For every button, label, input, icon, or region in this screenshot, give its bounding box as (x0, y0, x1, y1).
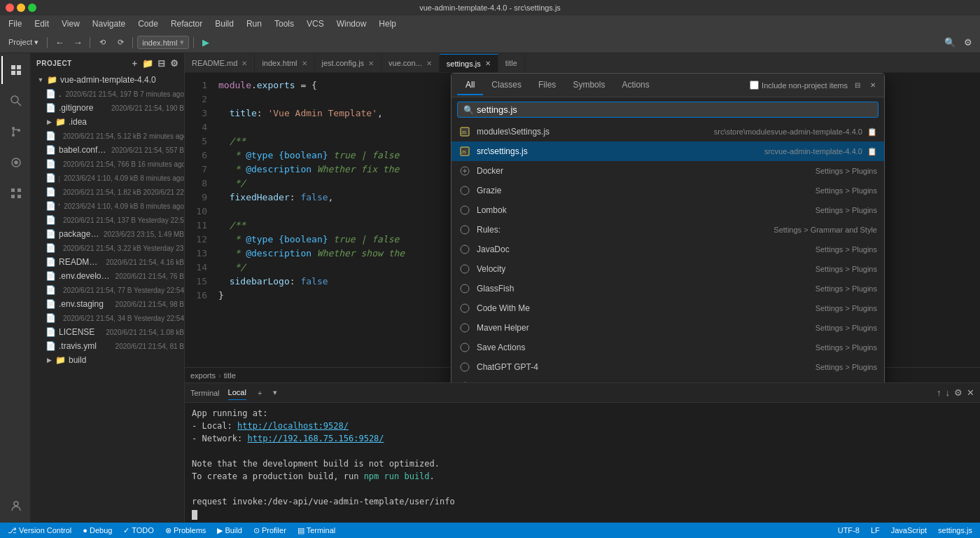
status-terminal[interactable]: ▤ Terminal (295, 526, 337, 535)
sidebar-new-folder-icon[interactable]: 📁 (142, 58, 154, 69)
result-one-dark[interactable]: One Dark theme Settings > Plugins (451, 377, 884, 382)
activity-debug[interactable] (1, 149, 29, 177)
tree-item-jest[interactable]: 📄 jest.config.js 2020/6/21 21:54, 766 B … (31, 157, 184, 171)
sidebar-settings-icon[interactable]: ⚙ (170, 58, 179, 69)
result-modules-settings[interactable]: JS modules\Settings.js src\store\modules… (451, 122, 884, 142)
menu-navigate[interactable]: Navigate (87, 18, 131, 30)
status-line-ending[interactable]: LF (869, 526, 882, 534)
terminal-tab-local[interactable]: Local (228, 385, 246, 400)
tree-item-package-lock[interactable]: 📄 package-lock.json 2023/6/23 23:15, 1.4… (31, 227, 184, 241)
menu-code[interactable]: Code (132, 18, 164, 30)
tab-vue-con[interactable]: vue.con... ✕ (382, 54, 440, 72)
tree-item-travis[interactable]: 📄 .travis.yml 2020/6/21 21:54, 81 B (31, 339, 184, 353)
terminal-up-icon[interactable]: ↑ (937, 387, 941, 398)
tab-jest[interactable]: jest.config.js ✕ (315, 54, 382, 72)
search-input-wrapper[interactable]: 🔍 (457, 102, 878, 118)
toolbar-project-btn[interactable]: Project ▾ (4, 35, 43, 50)
search-input[interactable] (477, 104, 872, 115)
result-grazie[interactable]: Grazie Settings > Plugins (451, 181, 884, 200)
menu-tools[interactable]: Tools (269, 18, 300, 30)
tree-item-eslintignore[interactable]: 📄 .eslintignore 2020/6/21 21:54, 34 B Ye… (31, 311, 184, 325)
tree-item-babel[interactable]: 📄 babel.config.js 2020/6/21 21:54, 557 B (31, 143, 184, 157)
tree-item-idea[interactable]: ▶ 📁 .idea (31, 115, 184, 129)
result-save-actions[interactable]: Save Actions Settings > Plugins (451, 338, 884, 357)
breadcrumb-exports[interactable]: exports (190, 371, 216, 380)
status-vcs[interactable]: ⎇ Version Control (6, 526, 74, 535)
menu-build[interactable]: Build (209, 18, 239, 30)
terminal-content[interactable]: App running at: - Local: http://localhos… (185, 403, 980, 523)
win-close-btn[interactable] (6, 4, 14, 12)
activity-git[interactable] (1, 118, 29, 146)
breadcrumb-title[interactable]: title (224, 371, 236, 380)
tree-item-gitignore[interactable]: 📄 .gitignore 2020/6/21 21:54, 190 B (31, 101, 184, 115)
tab-settings[interactable]: settings.js ✕ (440, 54, 498, 72)
tab-index-close[interactable]: ✕ (302, 60, 307, 67)
terminal-add-btn[interactable]: + (258, 389, 262, 397)
result-glassfish[interactable]: GlassFish Settings > Plugins (451, 279, 884, 298)
result-src-settings[interactable]: JS src\settings.js src vue-admin-templat… (451, 142, 884, 161)
result-rules[interactable]: Rules: Settings > Grammar and Style (451, 220, 884, 240)
activity-extensions[interactable] (1, 179, 29, 207)
menu-edit[interactable]: Edit (29, 18, 55, 30)
include-non-project-checkbox[interactable] (750, 81, 759, 90)
toolbar-breadcrumb[interactable]: index.html ▾ (137, 36, 189, 49)
tree-item-jsconfig[interactable]: 📄 jsconfig.json 2020/6/21 21:54, 137 B Y… (31, 213, 184, 227)
tab-index-html[interactable]: index.html ✕ (255, 54, 314, 72)
toolbar-run-btn[interactable]: ▶ (198, 35, 214, 50)
menu-file[interactable]: File (3, 18, 27, 30)
toolbar-search-btn[interactable]: 🔍 (942, 35, 958, 50)
tab-settings-close[interactable]: ✕ (485, 60, 491, 67)
search-filter-btn[interactable]: ⊟ (852, 80, 863, 90)
result-javadoc[interactable]: JavaDoc Settings > Plugins (451, 240, 884, 259)
activity-explorer[interactable] (1, 56, 29, 84)
tab-jest-close[interactable]: ✕ (368, 60, 374, 67)
status-profiler[interactable]: ⊙ Profiler (251, 526, 288, 535)
status-todo[interactable]: ✓ TODO (121, 526, 155, 535)
win-min-btn[interactable] (17, 4, 25, 12)
tree-item-editorconfig[interactable]: 📄 .editorconfig 2020/6/21 21:54, 197 B 7… (31, 87, 184, 101)
tree-item-readme[interactable]: 📄 README.md 2020/6/21 21:54, 3.22 kB Yes… (31, 241, 184, 255)
toolbar-back-btn[interactable]: ← (52, 35, 67, 50)
result-codewithme[interactable]: Code With Me Settings > Plugins (451, 298, 884, 318)
menu-view[interactable]: View (56, 18, 85, 30)
tree-item-build[interactable]: ▶ 📁 build (31, 353, 184, 367)
tree-item-env-prod[interactable]: 📄 .env.production 2020/6/21 21:54, 77 B … (31, 283, 184, 297)
menu-window[interactable]: Window (331, 18, 372, 30)
search-close-btn[interactable]: ✕ (867, 80, 878, 90)
tree-item-env-staging[interactable]: 📄 .env.staging 2020/6/21 21:54, 98 B (31, 297, 184, 311)
menu-vcs[interactable]: VCS (301, 18, 330, 30)
include-non-project-label[interactable]: Include non-project items (750, 81, 848, 90)
search-tab-symbols[interactable]: Symbols (564, 76, 613, 95)
tab-readme[interactable]: README.md ✕ (185, 54, 255, 72)
terminal-link-network[interactable]: http://192.168.75.156:9528/ (247, 434, 384, 443)
tab-title[interactable]: title (498, 54, 525, 72)
result-lombok[interactable]: Lombok Settings > Plugins (451, 200, 884, 220)
status-language[interactable]: JavaScript (889, 526, 929, 534)
status-build[interactable]: ▶ Build (215, 526, 244, 535)
terminal-down-icon[interactable]: ↓ (946, 387, 951, 398)
toolbar-forward-btn[interactable]: → (70, 35, 85, 50)
toolbar-redo-btn[interactable]: ⟳ (113, 35, 128, 50)
menu-run[interactable]: Run (241, 18, 267, 30)
tab-vue-close[interactable]: ✕ (426, 60, 432, 67)
status-filename[interactable]: settings.js (936, 526, 974, 534)
tree-item-eslintrc[interactable]: 📄 .eslintrc.js 2020/6/21 21:54, 5.12 kB … (31, 129, 184, 143)
result-velocity[interactable]: Velocity Settings > Plugins (451, 259, 884, 279)
tree-item-env-dev[interactable]: 📄 .env.development 2020/6/21 21:54, 76 B (31, 269, 184, 283)
tree-item-license[interactable]: 📄 LICENSE 2020/6/21 21:54, 1.08 kB (31, 325, 184, 339)
status-problems[interactable]: ⊗ Problems (163, 526, 209, 535)
status-encoding[interactable]: UTF-8 (836, 526, 862, 534)
search-tab-files[interactable]: Files (530, 76, 564, 95)
status-debug[interactable]: ● Debug (80, 526, 114, 534)
search-tab-all[interactable]: All (457, 76, 483, 95)
tree-item-postcss[interactable]: 📄 postcss.config.js 2020/6/21 21:54, 1.8… (31, 185, 184, 199)
menu-help[interactable]: Help (373, 18, 402, 30)
tree-item-package[interactable]: 📄 package.json 2023/6/24 1:10, 4.09 kB 8… (31, 171, 184, 185)
terminal-settings-icon[interactable]: ⚙ (954, 387, 962, 398)
menu-refactor[interactable]: Refactor (165, 18, 208, 30)
sidebar-collapse-icon[interactable]: ⊟ (158, 58, 166, 69)
search-tab-classes[interactable]: Classes (483, 76, 530, 95)
terminal-tab-terminal[interactable]: Terminal (190, 386, 220, 400)
result-maven-helper[interactable]: Maven Helper Settings > Plugins (451, 318, 884, 338)
terminal-chevron-btn[interactable]: ▾ (273, 388, 277, 397)
